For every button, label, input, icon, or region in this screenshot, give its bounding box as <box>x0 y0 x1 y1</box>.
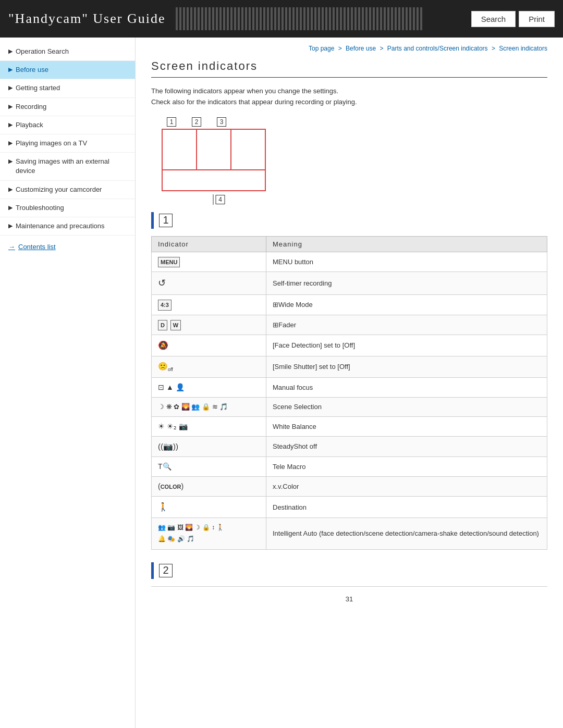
table-row: 🔕 [Face Detection] set to [Off] <box>152 335 547 356</box>
indicator-cell: ⊡ ▲ 👤 <box>152 378 266 398</box>
meaning-cell: Manual focus <box>266 378 547 398</box>
meaning-cell: ⊞Fader <box>266 315 547 335</box>
face-detection-indicator: 🔕 <box>158 341 168 350</box>
meaning-cell: SteadyShot off <box>266 436 547 457</box>
sidebar-item-maintenance[interactable]: ▶ Maintenance and precautions <box>0 217 135 236</box>
header-actions: Search Print <box>471 11 555 27</box>
meaning-cell: MENU button <box>266 252 547 272</box>
section-bar <box>151 212 154 229</box>
diagram-cell-3 <box>231 130 265 169</box>
self-timer-indicator: ↺ <box>158 278 166 288</box>
indicator-cell: ☀ ☀₂ 📷 <box>152 416 266 436</box>
intelligent-auto-indicator: 👥 📷 🖼 🌄 ☽ 🔒 ↕ 🚶 🔔 🎭 🔊 🎵 <box>158 522 260 545</box>
indicator-cell: ↺ <box>152 272 266 295</box>
main-layout: ▶ Operation Search ▶ Before use ▶ Gettin… <box>0 38 563 728</box>
meaning-cell: [Smile Shutter] set to [Off] <box>266 356 547 378</box>
sidebar-item-operation-search[interactable]: ▶ Operation Search <box>0 43 135 61</box>
meaning-cell: White Balance <box>266 416 547 436</box>
arrow-icon: ▶ <box>8 139 13 147</box>
scene-selection-indicator: ☽ ❋ ✿ 🌄 👥 🔒 ≋ 🎵 <box>158 403 228 411</box>
sidebar-item-saving-images[interactable]: ▶ Saving images with an external device <box>0 153 135 180</box>
print-button[interactable]: Print <box>519 11 555 27</box>
search-button[interactable]: Search <box>471 11 516 27</box>
table-row: 👥 📷 🖼 🌄 ☽ 🔒 ↕ 🚶 🔔 🎭 🔊 🎵 Intelligent Auto… <box>152 518 547 549</box>
meaning-cell: Scene Selection <box>266 398 547 417</box>
arrow-icon: ▶ <box>8 84 13 92</box>
smile-shutter-indicator: 🙁off <box>158 362 173 371</box>
table-row: 🚶 Destination <box>152 497 547 518</box>
breadcrumb-sep: > <box>338 45 344 52</box>
steadyshot-indicator: ((📷)) <box>158 442 178 451</box>
meaning-cell: x.v.Color <box>266 477 547 497</box>
page-title: Screen indicators <box>151 59 547 78</box>
diagram-cell-1 <box>163 130 197 169</box>
breadcrumb-item-2[interactable]: Before use <box>346 45 376 52</box>
header-decoration <box>176 7 460 30</box>
sidebar-item-playing-tv[interactable]: ▶ Playing images on a TV <box>0 134 135 153</box>
sidebar-label: Maintenance and precautions <box>16 221 129 231</box>
arrow-icon: ▶ <box>8 204 13 212</box>
table-row: ☀ ☀₂ 📷 White Balance <box>152 416 547 436</box>
arrow-icon: ▶ <box>8 157 13 165</box>
xv-color-indicator: (COLOR) <box>158 482 183 490</box>
sidebar-item-before-use[interactable]: ▶ Before use <box>0 61 135 79</box>
sidebar-item-playback[interactable]: ▶ Playback <box>0 116 135 134</box>
table-row: 🙁off [Smile Shutter] set to [Off] <box>152 356 547 378</box>
page-footer: 31 <box>151 586 547 608</box>
sidebar-label: Operation Search <box>16 47 129 56</box>
sidebar-label: Before use <box>16 65 129 75</box>
arrow-icon: ▶ <box>8 222 13 230</box>
meaning-cell: [Face Detection] set to [Off] <box>266 335 547 356</box>
breadcrumb-sep: > <box>380 45 385 52</box>
indicator-cell: 🙁off <box>152 356 266 378</box>
content-area: Top page > Before use > Parts and contro… <box>136 38 563 728</box>
destination-indicator: 🚶 <box>158 502 168 511</box>
sidebar-label: Playback <box>16 120 129 130</box>
indicator-cell: D W <box>152 315 266 335</box>
indicator-table-1: Indicator Meaning MENU MENU button ↺ <box>151 236 547 550</box>
fader-indicator: D W <box>158 320 181 329</box>
table-row: 4:3 ⊞Wide Mode <box>152 295 547 315</box>
contents-list-label: Contents list <box>18 243 56 251</box>
sidebar-label: Recording <box>16 102 129 112</box>
table-row: MENU MENU button <box>152 252 547 272</box>
diagram-bottom-row <box>163 170 265 190</box>
indicator-cell: 🔕 <box>152 335 266 356</box>
screen-diagram: 1 2 3 4 <box>162 117 276 191</box>
sidebar-item-getting-started[interactable]: ▶ Getting started <box>0 79 135 97</box>
sidebar-item-troubleshooting[interactable]: ▶ Troubleshooting <box>0 199 135 217</box>
diagram-numbers-row: 1 2 3 <box>162 117 276 127</box>
table-row: ↺ Self-timer recording <box>152 272 547 295</box>
indicator-cell: 🚶 <box>152 497 266 518</box>
manual-focus-indicator: ⊡ ▲ 👤 <box>158 383 185 391</box>
menu-indicator: MENU <box>158 257 180 266</box>
sidebar: ▶ Operation Search ▶ Before use ▶ Gettin… <box>0 38 136 728</box>
table-row: ⊡ ▲ 👤 Manual focus <box>152 378 547 398</box>
table-row: T🔍 Tele Macro <box>152 457 547 477</box>
indicator-cell: ((📷)) <box>152 436 266 457</box>
section-2-marker: 2 <box>151 562 547 579</box>
breadcrumb-item-1[interactable]: Top page <box>309 45 334 52</box>
sidebar-label: Getting started <box>16 83 129 93</box>
page-header: "Handycam" User Guide Search Print <box>0 0 563 38</box>
arrow-right-icon: → <box>8 243 15 251</box>
meaning-cell: Intelligent Auto (face detection/scene d… <box>266 518 547 549</box>
arrow-icon: ▶ <box>8 47 13 55</box>
contents-list-link[interactable]: → Contents list <box>0 236 135 255</box>
section-num-1: 1 <box>159 214 173 227</box>
diagram-num-3: 3 <box>217 117 226 127</box>
sidebar-item-recording[interactable]: ▶ Recording <box>0 98 135 116</box>
breadcrumb-item-3[interactable]: Parts and controls/Screen indicators <box>387 45 488 52</box>
sidebar-label: Troubleshooting <box>16 203 129 213</box>
indicator-cell: 4:3 <box>152 295 266 315</box>
sidebar-label: Playing images on a TV <box>16 139 129 148</box>
table-header-meaning: Meaning <box>266 236 547 252</box>
arrow-icon: ▶ <box>8 186 13 193</box>
diagram-num-4-container: 4 <box>213 194 225 205</box>
diagram-top-row <box>163 130 265 170</box>
diagram-screen <box>162 129 266 191</box>
meaning-cell: Tele Macro <box>266 457 547 477</box>
sidebar-item-customizing[interactable]: ▶ Customizing your camcorder <box>0 181 135 199</box>
meaning-cell: Self-timer recording <box>266 272 547 295</box>
43-indicator: 4:3 <box>158 300 172 309</box>
